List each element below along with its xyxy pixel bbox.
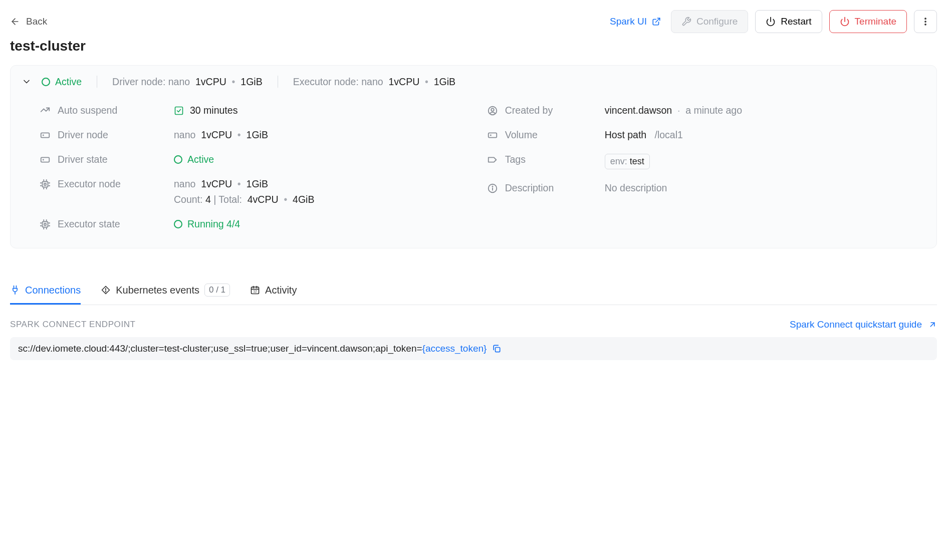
- auto-suspend-value: 30 minutes: [190, 105, 238, 116]
- status-pill: Active: [42, 76, 82, 88]
- tag-icon: [487, 154, 498, 165]
- svg-point-6: [925, 24, 926, 25]
- tab-kubernetes-events-label: Kubernetes events: [116, 285, 199, 296]
- configure-button: Configure: [671, 10, 748, 33]
- plug-icon: [10, 285, 20, 295]
- divider: [97, 76, 97, 88]
- detail-description: Description No description: [487, 182, 925, 194]
- spark-connect-guide-link[interactable]: Spark Connect quickstart guide: [790, 319, 937, 330]
- svg-rect-10: [41, 157, 50, 162]
- status-circle-icon: [174, 155, 182, 164]
- kubernetes-events-count: 0 / 1: [204, 284, 230, 297]
- info-icon: [487, 183, 498, 194]
- volume-icon: [487, 130, 498, 141]
- tab-connections[interactable]: Connections: [10, 277, 81, 304]
- status-label: Active: [55, 76, 82, 88]
- details-panel: Active Driver node: nano 1vCPU • 1GiB Ex…: [10, 65, 937, 248]
- svg-rect-47: [496, 348, 500, 352]
- summary-row: Active Driver node: nano 1vCPU • 1GiB Ex…: [22, 76, 925, 88]
- status-circle-icon: [174, 220, 182, 228]
- executor-state-label: Executor state: [58, 218, 120, 230]
- svg-line-46: [930, 323, 934, 327]
- driver-state-label: Driver state: [58, 154, 108, 165]
- driver-state-value: Active: [187, 154, 214, 165]
- detail-driver-state: Driver state Active: [40, 154, 487, 165]
- description-label: Description: [505, 182, 554, 194]
- svg-rect-23: [44, 223, 46, 225]
- arrow-left-icon: [10, 17, 20, 27]
- divider: [278, 76, 278, 88]
- svg-rect-7: [175, 107, 183, 114]
- detail-auto-suspend: Auto suspend 30 minutes: [40, 105, 487, 116]
- arrow-up-right-icon: [928, 320, 937, 329]
- svg-point-11: [43, 159, 44, 160]
- detail-volume: Volume Host path /local1: [487, 129, 925, 141]
- svg-text:12: 12: [253, 290, 257, 293]
- terminate-button[interactable]: Terminate: [829, 10, 907, 33]
- back-label: Back: [26, 16, 47, 27]
- svg-point-35: [491, 135, 491, 135]
- endpoint-section-header: SPARK CONNECT ENDPOINT Spark Connect qui…: [10, 319, 937, 330]
- status-circle-icon: [42, 78, 50, 86]
- summary-executor: Executor node: nano 1vCPU • 1GiB: [293, 76, 455, 88]
- restart-icon: [766, 17, 776, 27]
- page-header: Back Spark UI Configure Restart Terminat…: [10, 10, 937, 33]
- tags-label: Tags: [505, 154, 526, 165]
- guide-link-label: Spark Connect quickstart guide: [790, 319, 922, 330]
- wrench-icon: [681, 17, 691, 27]
- endpoint-value: sc://dev.iomete.cloud:443/;cluster=test-…: [18, 343, 487, 354]
- configure-label: Configure: [696, 16, 738, 27]
- summary-driver: Driver node: nano 1vCPU • 1GiB: [112, 76, 263, 88]
- description-value: No description: [605, 182, 667, 194]
- detail-driver-node: Driver node nano 1vCPU • 1GiB: [40, 129, 487, 141]
- more-menu-button[interactable]: [914, 10, 937, 33]
- back-button[interactable]: Back: [10, 16, 47, 27]
- executor-state-value: Running 4/4: [187, 218, 240, 230]
- detail-executor-node: Executor node nano 1vCPU • 1GiB Count: 4…: [40, 178, 487, 205]
- svg-point-4: [925, 18, 926, 19]
- svg-point-33: [491, 108, 494, 111]
- external-link-icon: [652, 17, 661, 26]
- detail-executor-state: Executor state Running 4/4: [40, 218, 487, 230]
- node-icon: [40, 130, 51, 141]
- restart-label: Restart: [781, 16, 811, 27]
- header-actions: Spark UI Configure Restart Terminate: [607, 10, 937, 33]
- svg-line-1: [655, 18, 659, 22]
- auto-suspend-label: Auto suspend: [58, 105, 117, 116]
- detail-tags: Tags env: test: [487, 154, 925, 169]
- chevron-down-icon[interactable]: [22, 77, 32, 87]
- more-vertical-icon: [920, 17, 930, 27]
- page-title: test-cluster: [10, 38, 937, 54]
- volume-label: Volume: [505, 129, 538, 141]
- spark-ui-label: Spark UI: [610, 16, 647, 27]
- calendar-icon: 12: [250, 285, 260, 295]
- details-body: Auto suspend 30 minutes Drive: [22, 105, 925, 230]
- details-col-right: Created by vincent.dawson · a minute ago…: [487, 105, 925, 230]
- check-square-icon: [174, 106, 184, 116]
- detail-created-by: Created by vincent.dawson · a minute ago: [487, 105, 925, 116]
- details-col-left: Auto suspend 30 minutes Drive: [40, 105, 487, 230]
- cpu-icon: [40, 219, 51, 230]
- driver-node-label: Driver node: [58, 129, 108, 141]
- bounce-arrow-icon: [40, 105, 51, 116]
- svg-point-38: [492, 186, 493, 186]
- executor-node-label: Executor node: [58, 178, 121, 190]
- tab-activity-label: Activity: [265, 285, 297, 296]
- created-by-label: Created by: [505, 105, 553, 116]
- alert-diamond-icon: [101, 285, 111, 295]
- tab-activity[interactable]: 12 Activity: [250, 277, 297, 304]
- svg-rect-13: [44, 183, 46, 185]
- terminate-label: Terminate: [855, 16, 896, 27]
- spark-ui-link[interactable]: Spark UI: [607, 16, 664, 27]
- restart-button[interactable]: Restart: [755, 10, 822, 33]
- endpoint-box: sc://dev.iomete.cloud:443/;cluster=test-…: [10, 337, 937, 360]
- tag-chip: env: test: [605, 154, 650, 169]
- copy-icon[interactable]: [492, 344, 502, 354]
- tab-connections-label: Connections: [25, 285, 81, 296]
- svg-rect-22: [43, 221, 48, 227]
- cpu-icon: [40, 179, 51, 190]
- svg-rect-8: [41, 133, 50, 137]
- power-icon: [840, 17, 850, 27]
- user-circle-icon: [487, 105, 498, 116]
- tab-kubernetes-events[interactable]: Kubernetes events 0 / 1: [101, 276, 230, 305]
